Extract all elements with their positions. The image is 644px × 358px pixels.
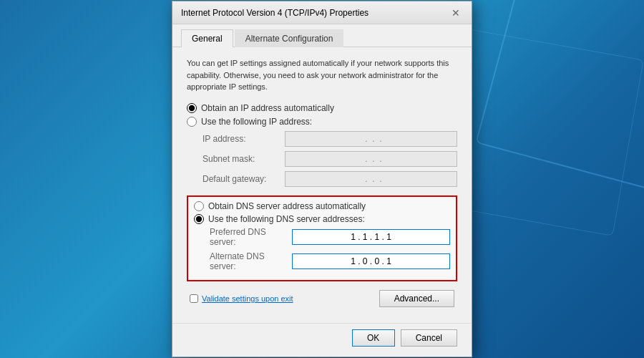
manual-ip-radio[interactable] [187,117,197,127]
info-text: You can get IP settings assigned automat… [187,57,457,93]
manual-ip-label: Use the following IP address: [201,117,312,127]
alternate-dns-input[interactable] [292,253,450,269]
dns-fields: Preferred DNS server: Alternate DNS serv… [210,227,450,271]
manual-dns-option[interactable]: Use the following DNS server addresses: [194,214,450,224]
ip-address-input[interactable] [285,131,457,147]
advanced-button[interactable]: Advanced... [379,290,454,307]
background-decoration [475,0,644,198]
dialog-window: Internet Protocol Version 4 (TCP/IPv4) P… [172,1,472,357]
manual-dns-radio[interactable] [194,214,204,224]
bottom-row: Validate settings upon exit Advanced... [187,290,457,313]
tab-alternate-configuration[interactable]: Alternate Configuration [235,29,344,47]
default-gateway-input[interactable] [285,171,457,187]
close-button[interactable]: ✕ [449,6,463,20]
dialog-buttons: OK Cancel [172,323,472,357]
subnet-mask-input[interactable] [285,151,457,167]
ip-address-section: Obtain an IP address automatically Use t… [187,103,457,127]
preferred-dns-row: Preferred DNS server: [210,227,450,247]
auto-dns-label: Obtain DNS server address automatically [208,201,366,211]
dialog-title: Internet Protocol Version 4 (TCP/IPv4) P… [181,8,369,18]
default-gateway-row: Default gateway: [203,171,457,187]
subnet-mask-label: Subnet mask: [203,154,285,164]
ip-fields-section: IP address: Subnet mask: Default gateway… [203,131,457,187]
manual-ip-option[interactable]: Use the following IP address: [187,117,457,127]
dns-section: Obtain DNS server address automatically … [187,195,457,281]
tab-general[interactable]: General [181,29,233,47]
validate-checkbox-label[interactable]: Validate settings upon exit [190,294,293,303]
alternate-dns-row: Alternate DNS server: [210,251,450,271]
auto-dns-radio[interactable] [194,201,204,211]
auto-ip-option[interactable]: Obtain an IP address automatically [187,103,457,113]
ok-button[interactable]: OK [352,329,395,347]
auto-ip-radio[interactable] [187,103,197,113]
preferred-dns-label: Preferred DNS server: [210,227,292,247]
manual-dns-label: Use the following DNS server addresses: [208,214,365,224]
ip-address-row: IP address: [203,131,457,147]
ip-address-label: IP address: [203,134,285,144]
preferred-dns-input[interactable] [292,229,450,245]
auto-ip-label: Obtain an IP address automatically [201,103,334,113]
cancel-button[interactable]: Cancel [401,329,457,347]
alternate-dns-label: Alternate DNS server: [210,251,292,271]
validate-checkbox-text: Validate settings upon exit [202,294,293,303]
validate-checkbox[interactable] [190,294,198,303]
titlebar: Internet Protocol Version 4 (TCP/IPv4) P… [172,1,472,24]
dialog-content: You can get IP settings assigned automat… [172,47,472,323]
default-gateway-label: Default gateway: [203,174,285,184]
auto-dns-option[interactable]: Obtain DNS server address automatically [194,201,450,211]
subnet-mask-row: Subnet mask: [203,151,457,167]
tab-bar: General Alternate Configuration [172,24,472,47]
